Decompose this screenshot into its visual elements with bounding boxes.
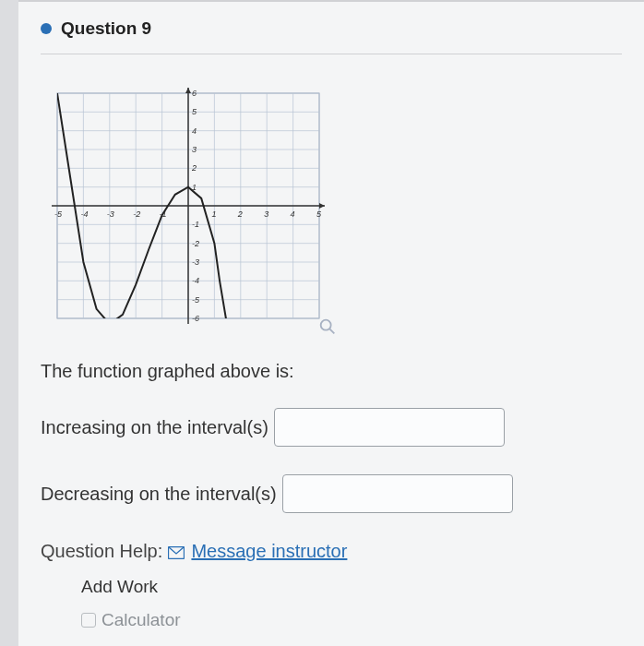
add-work-label: Add Work <box>81 577 622 597</box>
graph-container: -5-4-3-2-112345-6-5-4-3-2-1123456 <box>41 77 336 335</box>
mail-icon <box>168 543 185 564</box>
increasing-input[interactable] <box>274 408 505 447</box>
calculator-row: Calculator <box>81 610 622 630</box>
svg-point-50 <box>321 320 331 330</box>
message-instructor-link[interactable]: Message instructor <box>191 541 347 561</box>
svg-text:5: 5 <box>316 209 322 219</box>
calculator-label: Calculator <box>101 610 181 630</box>
svg-text:6: 6 <box>192 89 197 98</box>
increasing-label: Increasing on the interval(s) <box>41 417 268 438</box>
svg-text:4: 4 <box>192 126 197 136</box>
svg-text:3: 3 <box>264 209 268 219</box>
svg-text:-4: -4 <box>80 209 88 219</box>
question-number: Question 9 <box>61 18 151 39</box>
function-graph: -5-4-3-2-112345-6-5-4-3-2-1123456 <box>41 77 336 335</box>
help-line: Question Help: Message instructor <box>41 541 622 564</box>
svg-text:-3: -3 <box>192 257 199 267</box>
svg-line-51 <box>329 329 334 333</box>
question-page: Question 9 -5-4-3-2-112345-6-5-4-3-2-112… <box>18 0 644 646</box>
question-header: Question 9 <box>41 18 622 54</box>
svg-text:-5: -5 <box>54 209 63 219</box>
svg-text:-5: -5 <box>192 295 200 305</box>
decreasing-row: Decreasing on the interval(s) <box>41 474 622 513</box>
calculator-icon <box>81 613 96 628</box>
svg-text:-2: -2 <box>192 239 199 248</box>
svg-text:2: 2 <box>191 163 197 173</box>
prompt-text: The function graphed above is: <box>41 361 622 382</box>
decreasing-input[interactable] <box>282 474 513 513</box>
help-label: Question Help: <box>41 541 162 561</box>
svg-text:-3: -3 <box>107 209 114 219</box>
svg-text:3: 3 <box>192 145 197 154</box>
svg-text:4: 4 <box>291 209 295 219</box>
svg-text:-1: -1 <box>192 220 199 229</box>
increasing-row: Increasing on the interval(s) <box>41 408 622 447</box>
svg-text:-6: -6 <box>192 314 199 323</box>
status-bullet-icon <box>41 23 52 34</box>
magnify-icon[interactable] <box>317 317 338 337</box>
decreasing-label: Decreasing on the interval(s) <box>41 484 277 505</box>
svg-text:-2: -2 <box>133 209 140 219</box>
svg-text:2: 2 <box>237 209 243 219</box>
svg-text:1: 1 <box>211 209 216 219</box>
svg-text:-4: -4 <box>192 276 199 285</box>
